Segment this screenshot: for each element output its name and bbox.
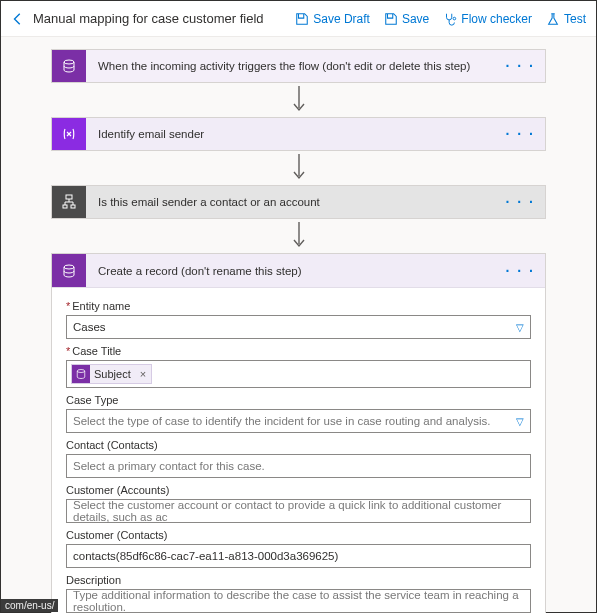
step-trigger-label: When the incoming activity triggers the … <box>86 60 506 72</box>
description-input[interactable]: Type additional information to describe … <box>66 589 531 613</box>
database-icon <box>52 254 86 287</box>
token-label: Subject <box>94 368 135 380</box>
step-create-header[interactable]: Create a record (don't rename this step)… <box>52 254 545 288</box>
field-customer-contacts: Customer (Contacts) contacts(85df6c86-ca… <box>66 529 531 568</box>
customer-contacts-label: Customer (Contacts) <box>66 529 531 541</box>
customer-contacts-input[interactable]: contacts(85df6c86-cac7-ea11-a813-000d3a3… <box>66 544 531 568</box>
subject-token: Subject × <box>71 364 152 384</box>
contact-contacts-placeholder: Select a primary contact for this case. <box>73 460 265 472</box>
save-label: Save <box>402 12 429 26</box>
entity-name-value: Cases <box>73 321 106 333</box>
chevron-down-icon: ▽ <box>516 322 524 333</box>
field-description: Description Type additional information … <box>66 574 531 613</box>
step-identify-label: Identify email sender <box>86 128 506 140</box>
arrow-connector <box>51 219 546 253</box>
save-draft-label: Save Draft <box>313 12 370 26</box>
arrow-connector <box>51 151 546 185</box>
step-trigger-menu[interactable]: · · · <box>506 58 545 74</box>
flow-checker-label: Flow checker <box>461 12 532 26</box>
stethoscope-icon <box>443 12 457 26</box>
customer-contacts-value: contacts(85df6c86-cac7-ea11-a813-000d3a3… <box>73 550 338 562</box>
test-button[interactable]: Test <box>546 12 586 26</box>
save-draft-button[interactable]: Save Draft <box>295 12 370 26</box>
case-type-label: Case Type <box>66 394 531 406</box>
description-label: Description <box>66 574 531 586</box>
entity-name-label: *Entity name <box>66 300 531 312</box>
case-type-select[interactable]: Select the type of case to identify the … <box>66 409 531 433</box>
save-button[interactable]: Save <box>384 12 429 26</box>
field-contact-contacts: Contact (Contacts) Select a primary cont… <box>66 439 531 478</box>
case-title-input[interactable]: Subject × <box>66 360 531 388</box>
step-identify-menu[interactable]: · · · <box>506 126 545 142</box>
step-create-record: Create a record (don't rename this step)… <box>51 253 546 613</box>
step-condition[interactable]: Is this email sender a contact or an acc… <box>51 185 546 219</box>
step-condition-label: Is this email sender a contact or an acc… <box>86 196 506 208</box>
create-record-form: *Entity name Cases ▽ *Case Title Subject… <box>52 288 545 613</box>
field-case-type: Case Type Select the type of case to ide… <box>66 394 531 433</box>
entity-name-select[interactable]: Cases ▽ <box>66 315 531 339</box>
svg-point-5 <box>77 370 85 373</box>
status-url: com/en-us/ <box>1 599 58 612</box>
step-identify-sender[interactable]: Identify email sender · · · <box>51 117 546 151</box>
variable-icon <box>52 118 86 150</box>
customer-accounts-placeholder: Select the customer account or contact t… <box>73 499 524 523</box>
flask-icon <box>546 12 560 26</box>
svg-point-4 <box>64 265 74 269</box>
arrow-connector <box>51 83 546 117</box>
token-remove-icon[interactable]: × <box>135 368 151 380</box>
save-icon <box>384 12 398 26</box>
page-title: Manual mapping for case customer field <box>33 11 281 26</box>
svg-rect-1 <box>66 195 72 199</box>
case-type-placeholder: Select the type of case to identify the … <box>73 415 490 427</box>
flow-checker-button[interactable]: Flow checker <box>443 12 532 26</box>
customer-accounts-label: Customer (Accounts) <box>66 484 531 496</box>
save-draft-icon <box>295 12 309 26</box>
field-case-title: *Case Title Subject × <box>66 345 531 388</box>
step-create-menu[interactable]: · · · <box>506 263 545 279</box>
database-icon <box>52 50 86 82</box>
customer-accounts-input[interactable]: Select the customer account or contact t… <box>66 499 531 523</box>
contact-contacts-input[interactable]: Select a primary contact for this case. <box>66 454 531 478</box>
top-toolbar: Manual mapping for case customer field S… <box>1 1 596 37</box>
back-icon[interactable] <box>11 12 25 26</box>
field-customer-accounts: Customer (Accounts) Select the customer … <box>66 484 531 523</box>
condition-icon <box>52 186 86 218</box>
contact-contacts-label: Contact (Contacts) <box>66 439 531 451</box>
case-title-label: *Case Title <box>66 345 531 357</box>
step-trigger[interactable]: When the incoming activity triggers the … <box>51 49 546 83</box>
description-placeholder: Type additional information to describe … <box>73 589 524 613</box>
database-icon <box>72 365 90 383</box>
flow-canvas: When the incoming activity triggers the … <box>1 37 596 613</box>
svg-point-0 <box>64 60 74 64</box>
step-condition-menu[interactable]: · · · <box>506 194 545 210</box>
field-entity-name: *Entity name Cases ▽ <box>66 300 531 339</box>
chevron-down-icon: ▽ <box>516 416 524 427</box>
svg-rect-2 <box>63 205 67 208</box>
test-label: Test <box>564 12 586 26</box>
svg-rect-3 <box>71 205 75 208</box>
step-create-label: Create a record (don't rename this step) <box>86 265 506 277</box>
